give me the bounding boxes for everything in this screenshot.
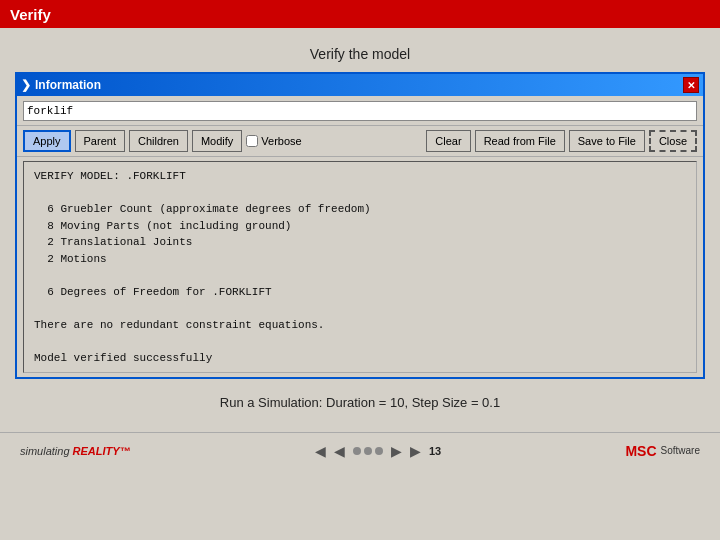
nav-dots	[353, 447, 383, 455]
close-button[interactable]: Close	[649, 130, 697, 152]
prev-arrow[interactable]: ◀	[315, 443, 326, 459]
simulating-word: simulating	[20, 445, 70, 457]
read-from-file-button[interactable]: Read from File	[475, 130, 565, 152]
apply-button[interactable]: Apply	[23, 130, 71, 152]
dialog-icon: ❯	[21, 78, 31, 92]
subtitle-text: Run a Simulation: Duration = 10, Step Si…	[220, 395, 500, 410]
dialog-titlebar: ❯ Information ✕	[17, 74, 703, 96]
msc-text: MSC	[625, 443, 656, 459]
dialog-output: VERIFY MODEL: .FORKLIFT 6 Gruebler Count…	[23, 161, 697, 373]
children-button[interactable]: Children	[129, 130, 188, 152]
next-arrow[interactable]: ▶	[391, 443, 402, 459]
prev-arrow-2[interactable]: ◀	[334, 443, 345, 459]
clear-button[interactable]: Clear	[426, 130, 470, 152]
top-bar-title: Verify	[10, 6, 51, 23]
software-text: Software	[661, 445, 700, 456]
dialog-toolbar: Apply Parent Children Modify Verbose Cle…	[17, 125, 703, 157]
nav-dot-1	[353, 447, 361, 455]
information-dialog: ❯ Information ✕ Apply Parent Children Mo…	[15, 72, 705, 379]
dialog-close-button[interactable]: ✕	[683, 77, 699, 93]
main-content: Verify the model ❯ Information ✕ Apply P…	[0, 28, 720, 426]
simulating-label: simulating REALITY™	[20, 445, 131, 457]
bottom-nav: ◀ ◀ ▶ ▶ 13	[315, 443, 441, 459]
modify-button[interactable]: Modify	[192, 130, 242, 152]
bottom-left: simulating REALITY™	[20, 445, 131, 457]
dialog-input-row	[17, 96, 703, 125]
reality-word: REALITY™	[73, 445, 131, 457]
verbose-label: Verbose	[261, 135, 301, 147]
page-title: Verify the model	[310, 46, 410, 62]
msc-logo: MSC Software	[625, 443, 700, 459]
bottom-bar: simulating REALITY™ ◀ ◀ ▶ ▶ 13 MSC Softw…	[0, 432, 720, 468]
nav-dot-2	[364, 447, 372, 455]
next-arrow-2[interactable]: ▶	[410, 443, 421, 459]
model-name-input[interactable]	[23, 101, 697, 121]
page-number: 13	[429, 445, 441, 457]
save-to-file-button[interactable]: Save to File	[569, 130, 645, 152]
dialog-title-text: Information	[35, 78, 101, 92]
verbose-checkbox[interactable]	[246, 135, 258, 147]
dialog-title-left: ❯ Information	[21, 78, 101, 92]
top-bar: Verify	[0, 0, 720, 28]
parent-button[interactable]: Parent	[75, 130, 125, 152]
nav-dot-3	[375, 447, 383, 455]
verbose-check[interactable]: Verbose	[246, 135, 301, 147]
